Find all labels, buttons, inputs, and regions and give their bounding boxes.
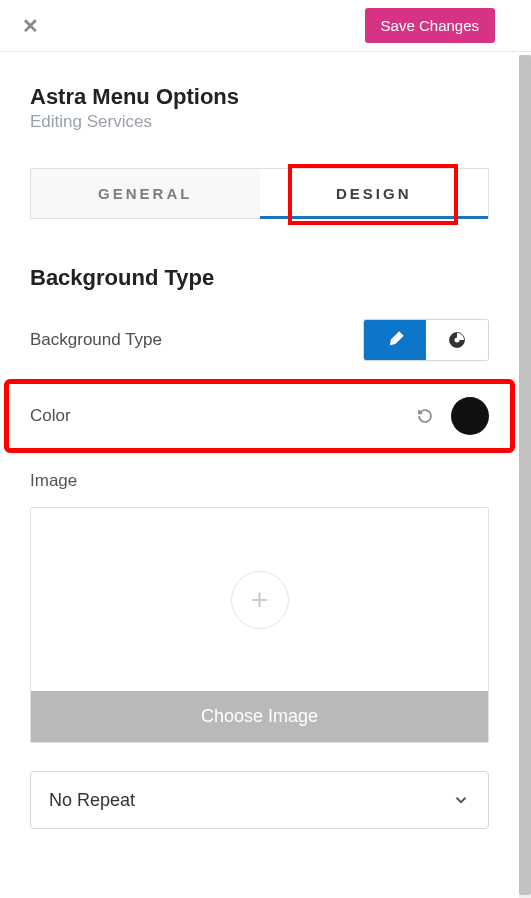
chevron-down-icon (452, 791, 470, 809)
scrollbar-thumb[interactable] (519, 55, 531, 895)
color-controls (417, 397, 489, 435)
reset-color-icon[interactable] (417, 408, 433, 424)
tab-active-indicator (260, 216, 489, 219)
repeat-select[interactable]: No Repeat (30, 771, 489, 829)
image-label: Image (30, 471, 489, 491)
background-type-color-button[interactable] (364, 320, 426, 360)
brush-icon (385, 330, 405, 350)
tabs: General Design (30, 168, 489, 219)
page-title: Astra Menu Options (30, 84, 489, 110)
tab-design[interactable]: Design (260, 169, 489, 218)
color-row: Color (30, 397, 489, 435)
repeat-select-value: No Repeat (49, 790, 135, 811)
color-swatch-button[interactable] (451, 397, 489, 435)
color-row-wrapper: Color (30, 379, 489, 453)
settings-panel: ✕ Save Changes Astra Menu Options Editin… (0, 0, 531, 898)
choose-image-button[interactable]: Choose Image (31, 691, 488, 742)
color-label: Color (30, 406, 71, 426)
background-type-label: Background Type (30, 330, 162, 350)
background-type-gradient-button[interactable] (426, 320, 488, 360)
image-drop-zone[interactable]: + (31, 508, 488, 691)
vertical-scrollbar[interactable] (519, 55, 531, 898)
close-icon[interactable]: ✕ (22, 16, 39, 36)
page-subtitle: Editing Services (30, 112, 489, 132)
tab-general[interactable]: General (31, 169, 260, 218)
palette-icon (447, 330, 467, 350)
add-image-icon[interactable]: + (231, 571, 289, 629)
header-bar: ✕ Save Changes (0, 0, 531, 52)
image-upload-area: + Choose Image (30, 507, 489, 743)
panel-content: Astra Menu Options Editing Services Gene… (0, 52, 519, 845)
background-type-toggle (363, 319, 489, 361)
save-changes-button[interactable]: Save Changes (365, 8, 495, 43)
background-type-row: Background Type (30, 319, 489, 361)
section-title-background-type: Background Type (30, 265, 489, 291)
